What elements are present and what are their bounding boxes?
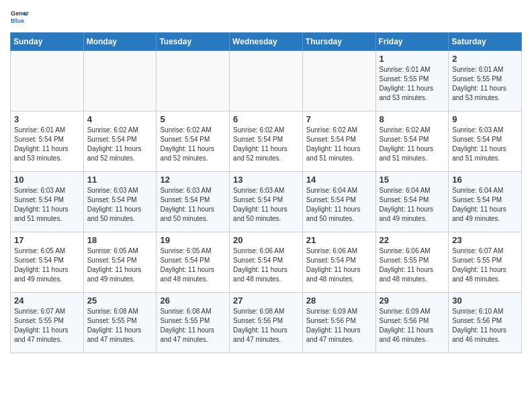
calendar-cell: 15Sunrise: 6:04 AM Sunset: 5:54 PM Dayli… <box>375 172 449 232</box>
day-number: 22 <box>380 235 445 245</box>
day-info: Sunrise: 6:08 AM Sunset: 5:55 PM Dayligh… <box>87 307 153 345</box>
weekday-header-thursday: Thursday <box>302 33 375 51</box>
day-info: Sunrise: 6:02 AM Sunset: 5:54 PM Dayligh… <box>87 126 153 163</box>
weekday-header-wednesday: Wednesday <box>230 33 303 51</box>
calendar-cell: 18Sunrise: 6:05 AM Sunset: 5:54 PM Dayli… <box>83 232 157 293</box>
day-info: Sunrise: 6:07 AM Sunset: 5:55 PM Dayligh… <box>452 246 518 284</box>
day-number: 14 <box>306 175 372 185</box>
calendar-table: SundayMondayTuesdayWednesdayThursdayFrid… <box>10 32 522 353</box>
day-info: Sunrise: 6:01 AM Sunset: 5:55 PM Dayligh… <box>452 65 518 103</box>
day-info: Sunrise: 6:03 AM Sunset: 5:54 PM Dayligh… <box>452 126 518 163</box>
calendar-cell: 23Sunrise: 6:07 AM Sunset: 5:55 PM Dayli… <box>449 232 522 293</box>
day-number: 19 <box>160 235 226 245</box>
day-number: 16 <box>452 175 518 185</box>
day-number: 15 <box>380 175 445 185</box>
calendar-cell: 5Sunrise: 6:02 AM Sunset: 5:54 PM Daylig… <box>157 111 230 172</box>
calendar-week-row: 1Sunrise: 6:01 AM Sunset: 5:55 PM Daylig… <box>11 51 522 111</box>
weekday-header-friday: Friday <box>375 33 449 51</box>
calendar-cell: 7Sunrise: 6:02 AM Sunset: 5:54 PM Daylig… <box>302 111 375 172</box>
day-number: 3 <box>14 114 80 124</box>
day-info: Sunrise: 6:05 AM Sunset: 5:54 PM Dayligh… <box>87 246 153 284</box>
day-number: 28 <box>306 295 372 306</box>
calendar-cell: 8Sunrise: 6:02 AM Sunset: 5:54 PM Daylig… <box>375 111 449 172</box>
calendar-week-row: 17Sunrise: 6:05 AM Sunset: 5:54 PM Dayli… <box>11 232 522 293</box>
svg-text:Blue: Blue <box>11 17 24 24</box>
weekday-header-sunday: Sunday <box>11 33 84 51</box>
calendar-cell: 20Sunrise: 6:06 AM Sunset: 5:54 PM Dayli… <box>230 232 303 293</box>
calendar-cell: 14Sunrise: 6:04 AM Sunset: 5:54 PM Dayli… <box>302 172 375 232</box>
calendar-cell: 29Sunrise: 6:09 AM Sunset: 5:56 PM Dayli… <box>375 293 449 353</box>
weekday-header-monday: Monday <box>83 33 157 51</box>
day-info: Sunrise: 6:02 AM Sunset: 5:54 PM Dayligh… <box>160 126 226 163</box>
calendar-cell <box>11 51 84 111</box>
calendar-cell: 16Sunrise: 6:04 AM Sunset: 5:54 PM Dayli… <box>449 172 522 232</box>
day-number: 30 <box>452 295 518 306</box>
day-number: 17 <box>14 235 80 245</box>
day-number: 29 <box>380 295 445 306</box>
day-number: 18 <box>87 235 153 245</box>
day-number: 23 <box>452 235 518 245</box>
page-header: General Blue <box>10 7 522 26</box>
day-info: Sunrise: 6:08 AM Sunset: 5:56 PM Dayligh… <box>233 307 299 345</box>
day-number: 24 <box>14 295 80 306</box>
day-info: Sunrise: 6:06 AM Sunset: 5:54 PM Dayligh… <box>233 246 299 284</box>
day-info: Sunrise: 6:05 AM Sunset: 5:54 PM Dayligh… <box>14 246 80 284</box>
logo-icon: General Blue <box>10 7 29 26</box>
day-number: 1 <box>380 54 445 64</box>
day-info: Sunrise: 6:06 AM Sunset: 5:55 PM Dayligh… <box>380 246 445 284</box>
day-number: 26 <box>160 295 226 306</box>
day-number: 12 <box>160 175 226 185</box>
calendar-cell: 13Sunrise: 6:03 AM Sunset: 5:54 PM Dayli… <box>230 172 303 232</box>
day-info: Sunrise: 6:03 AM Sunset: 5:54 PM Dayligh… <box>14 186 80 224</box>
calendar-cell: 17Sunrise: 6:05 AM Sunset: 5:54 PM Dayli… <box>11 232 84 293</box>
day-info: Sunrise: 6:09 AM Sunset: 5:56 PM Dayligh… <box>380 307 445 345</box>
day-number: 21 <box>306 235 372 245</box>
calendar-cell: 22Sunrise: 6:06 AM Sunset: 5:55 PM Dayli… <box>375 232 449 293</box>
calendar-cell: 9Sunrise: 6:03 AM Sunset: 5:54 PM Daylig… <box>449 111 522 172</box>
day-info: Sunrise: 6:08 AM Sunset: 5:55 PM Dayligh… <box>160 307 226 345</box>
day-info: Sunrise: 6:03 AM Sunset: 5:54 PM Dayligh… <box>87 186 153 224</box>
calendar-cell: 21Sunrise: 6:06 AM Sunset: 5:54 PM Dayli… <box>302 232 375 293</box>
day-info: Sunrise: 6:07 AM Sunset: 5:55 PM Dayligh… <box>14 307 80 345</box>
day-number: 6 <box>233 114 299 124</box>
logo: General Blue <box>10 7 30 26</box>
weekday-header-tuesday: Tuesday <box>157 33 230 51</box>
calendar-week-row: 24Sunrise: 6:07 AM Sunset: 5:55 PM Dayli… <box>11 293 522 353</box>
day-info: Sunrise: 6:01 AM Sunset: 5:55 PM Dayligh… <box>380 65 445 103</box>
day-info: Sunrise: 6:02 AM Sunset: 5:54 PM Dayligh… <box>233 126 299 163</box>
calendar-cell <box>302 51 375 111</box>
day-number: 2 <box>452 54 518 64</box>
day-number: 7 <box>306 114 372 124</box>
calendar-cell: 26Sunrise: 6:08 AM Sunset: 5:55 PM Dayli… <box>157 293 230 353</box>
day-number: 4 <box>87 114 153 124</box>
calendar-cell: 6Sunrise: 6:02 AM Sunset: 5:54 PM Daylig… <box>230 111 303 172</box>
day-info: Sunrise: 6:03 AM Sunset: 5:54 PM Dayligh… <box>160 186 226 224</box>
day-info: Sunrise: 6:02 AM Sunset: 5:54 PM Dayligh… <box>306 126 372 163</box>
calendar-cell: 10Sunrise: 6:03 AM Sunset: 5:54 PM Dayli… <box>11 172 84 232</box>
day-info: Sunrise: 6:03 AM Sunset: 5:54 PM Dayligh… <box>233 186 299 224</box>
calendar-cell: 24Sunrise: 6:07 AM Sunset: 5:55 PM Dayli… <box>11 293 84 353</box>
day-number: 11 <box>87 175 153 185</box>
day-number: 5 <box>160 114 226 124</box>
calendar-cell: 2Sunrise: 6:01 AM Sunset: 5:55 PM Daylig… <box>449 51 522 111</box>
day-info: Sunrise: 6:09 AM Sunset: 5:56 PM Dayligh… <box>306 307 372 345</box>
calendar-cell: 28Sunrise: 6:09 AM Sunset: 5:56 PM Dayli… <box>302 293 375 353</box>
day-info: Sunrise: 6:04 AM Sunset: 5:54 PM Dayligh… <box>452 186 518 224</box>
day-info: Sunrise: 6:04 AM Sunset: 5:54 PM Dayligh… <box>380 186 445 224</box>
day-number: 25 <box>87 295 153 306</box>
calendar-cell: 19Sunrise: 6:05 AM Sunset: 5:54 PM Dayli… <box>157 232 230 293</box>
calendar-cell <box>157 51 230 111</box>
calendar-cell <box>83 51 157 111</box>
weekday-header-saturday: Saturday <box>449 33 522 51</box>
day-number: 9 <box>452 114 518 124</box>
day-number: 8 <box>380 114 445 124</box>
calendar-cell: 27Sunrise: 6:08 AM Sunset: 5:56 PM Dayli… <box>230 293 303 353</box>
calendar-cell: 30Sunrise: 6:10 AM Sunset: 5:56 PM Dayli… <box>449 293 522 353</box>
day-info: Sunrise: 6:10 AM Sunset: 5:56 PM Dayligh… <box>452 307 518 345</box>
day-number: 10 <box>14 175 80 185</box>
day-number: 27 <box>233 295 299 306</box>
calendar-cell: 12Sunrise: 6:03 AM Sunset: 5:54 PM Dayli… <box>157 172 230 232</box>
calendar-cell: 4Sunrise: 6:02 AM Sunset: 5:54 PM Daylig… <box>83 111 157 172</box>
day-number: 20 <box>233 235 299 245</box>
day-info: Sunrise: 6:01 AM Sunset: 5:54 PM Dayligh… <box>14 126 80 163</box>
